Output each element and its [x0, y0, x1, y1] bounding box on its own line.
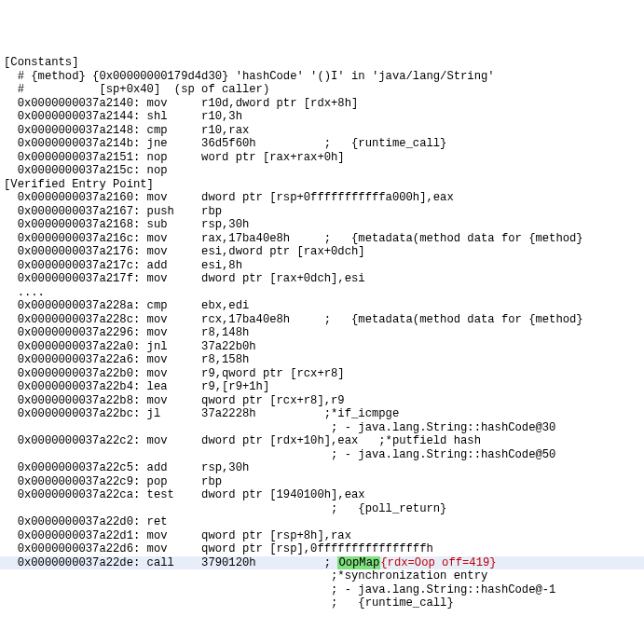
code-line[interactable]: 0x0000000037a22d0: ret [0, 515, 644, 529]
code-line[interactable]: 0x0000000037a2148: cmp r10,rax [0, 124, 644, 138]
code-line[interactable]: # {method} {0x00000000179d4d30} 'hashCod… [0, 70, 644, 84]
line-text: .... [4, 286, 45, 299]
code-line[interactable]: 0x0000000037a22a6: mov r8,158h [0, 353, 644, 367]
line-text: 0x0000000037a228a: cmp ebx,edi [4, 299, 249, 312]
code-line[interactable]: [Verified Entry Point] [0, 178, 644, 192]
line-text: 0x0000000037a22c2: mov dword ptr [rdx+10… [4, 434, 481, 447]
code-line[interactable]: 0x0000000037a22c2: mov dword ptr [rdx+10… [0, 434, 644, 448]
code-line[interactable]: 0x0000000037a22d1: mov qword ptr [rsp+8h… [0, 529, 644, 543]
line-text: 0x0000000037a22d6: mov qword ptr [rsp],0… [4, 542, 433, 555]
line-text: 0x0000000037a22de: call 3790120h ; [4, 556, 337, 569]
code-line[interactable]: 0x0000000037a22bc: jl 37a2228h ;*if_icmp… [0, 407, 644, 421]
line-text: 0x0000000037a22b8: mov qword ptr [rcx+r8… [4, 394, 345, 407]
line-text: 0x0000000037a22b0: mov r9,qword ptr [rcx… [4, 367, 345, 380]
code-line[interactable]: [Constants] [0, 56, 644, 70]
line-text: [Verified Entry Point] [4, 178, 154, 191]
line-text: 0x0000000037a216c: mov rax,17ba40e8h ; {… [4, 232, 583, 245]
line-text: 0x0000000037a22c5: add rsp,30h [4, 461, 249, 474]
line-text: 0x0000000037a22d1: mov qword ptr [rsp+8h… [4, 529, 351, 542]
line-text: 0x0000000037a228c: mov rcx,17ba40e8h ; {… [4, 313, 583, 326]
line-text: 0x0000000037a22c9: pop rbp [4, 475, 222, 488]
line-text: 0x0000000037a215c: nop [4, 164, 168, 177]
code-line[interactable]: ; - java.lang.String::hashCode@-1 [0, 583, 644, 597]
code-line[interactable]: 0x0000000037a2176: mov esi,dword ptr [ra… [0, 245, 644, 259]
line-text: 0x0000000037a214b: jne 36d5f60h ; {runti… [4, 137, 446, 150]
line-text: 0x0000000037a2148: cmp r10,rax [4, 124, 249, 137]
code-line[interactable]: ; {runtime_call} [0, 596, 644, 610]
line-text: 0x0000000037a22d0: ret [4, 515, 168, 528]
line-text: ; - java.lang.String::hashCode@50 [4, 448, 555, 461]
line-text: 0x0000000037a2151: nop word ptr [rax+rax… [4, 151, 345, 164]
line-text: ; {runtime_call} [4, 596, 454, 610]
code-line[interactable]: 0x0000000037a22b8: mov qword ptr [rcx+r8… [0, 394, 644, 408]
code-line[interactable]: ; - java.lang.String::hashCode@50 [0, 448, 644, 462]
code-line[interactable]: 0x0000000037a22a0: jnl 37a22b0h [0, 340, 644, 354]
oopmap-label: OopMap [337, 556, 380, 569]
code-line[interactable]: 0x0000000037a2296: mov r8,148h [0, 326, 644, 340]
code-line[interactable]: 0x0000000037a22c9: pop rbp [0, 475, 644, 489]
code-line[interactable]: ; - java.lang.String::hashCode@30 [0, 421, 644, 435]
code-line[interactable]: 0x0000000037a2151: nop word ptr [rax+rax… [0, 151, 644, 165]
code-line[interactable]: 0x0000000037a2168: sub rsp,30h [0, 218, 644, 232]
code-line[interactable]: 0x0000000037a228c: mov rcx,17ba40e8h ; {… [0, 313, 644, 327]
code-line[interactable]: # [sp+0x40] (sp of caller) [0, 83, 644, 97]
code-line[interactable]: 0x0000000037a2144: shl r10,3h [0, 110, 644, 124]
line-text: # {method} {0x00000000179d4d30} 'hashCod… [4, 70, 495, 83]
line-text: 0x0000000037a2167: push rbp [4, 205, 222, 218]
line-text: 0x0000000037a22ca: test dword ptr [19401… [4, 488, 365, 501]
code-line[interactable]: 0x0000000037a22b0: mov r9,qword ptr [rcx… [0, 367, 644, 381]
line-text: [Constants] [4, 56, 78, 69]
disassembly-listing: [Constants] # {method} {0x00000000179d4d… [0, 56, 644, 610]
code-line[interactable]: 0x0000000037a215c: nop [0, 164, 644, 178]
line-text: ; {poll_return} [4, 502, 446, 515]
code-line[interactable]: 0x0000000037a2140: mov r10d,dword ptr [r… [0, 97, 644, 111]
line-text: 0x0000000037a22bc: jl 37a2228h ;*if_icmp… [4, 407, 399, 420]
code-line[interactable]: 0x0000000037a2160: mov dword ptr [rsp+0f… [0, 191, 644, 205]
code-line[interactable]: 0x0000000037a214b: jne 36d5f60h ; {runti… [0, 137, 644, 151]
line-text: 0x0000000037a217f: mov dword ptr [rax+0d… [4, 272, 365, 285]
line-text: ;*synchronization entry [4, 569, 487, 582]
line-text: 0x0000000037a22b4: lea r9,[r9+1h] [4, 380, 269, 393]
line-text: 0x0000000037a2168: sub rsp,30h [4, 218, 249, 231]
code-line[interactable]: ;*synchronization entry [0, 569, 644, 583]
code-line[interactable]: 0x0000000037a217f: mov dword ptr [rax+0d… [0, 272, 644, 286]
line-text: 0x0000000037a2176: mov esi,dword ptr [ra… [4, 245, 365, 258]
line-text: 0x0000000037a2296: mov r8,148h [4, 326, 249, 339]
code-line[interactable]: 0x0000000037a22d6: mov qword ptr [rsp],0… [0, 542, 644, 556]
code-line[interactable]: 0x0000000037a22b4: lea r9,[r9+1h] [0, 380, 644, 394]
code-line[interactable]: 0x0000000037a2167: push rbp [0, 205, 644, 219]
code-line-selected[interactable]: 0x0000000037a22de: call 3790120h ; OopMa… [0, 556, 644, 570]
code-line[interactable]: ; {poll_return} [0, 502, 644, 516]
oopmap-detail: {rdx=Oop off=419} [380, 556, 496, 569]
line-text: # [sp+0x40] (sp of caller) [4, 83, 269, 96]
code-line[interactable]: .... [0, 286, 644, 300]
code-line[interactable]: 0x0000000037a228a: cmp ebx,edi [0, 299, 644, 313]
code-line[interactable]: 0x0000000037a22c5: add rsp,30h [0, 461, 644, 475]
line-text: 0x0000000037a217c: add esi,8h [4, 259, 242, 272]
code-line[interactable]: 0x0000000037a217c: add esi,8h [0, 259, 644, 273]
line-text: 0x0000000037a2144: shl r10,3h [4, 110, 242, 123]
line-text: 0x0000000037a2140: mov r10d,dword ptr [r… [4, 97, 358, 110]
line-text: ; - java.lang.String::hashCode@30 [4, 421, 555, 434]
code-line[interactable]: 0x0000000037a22ca: test dword ptr [19401… [0, 488, 644, 502]
line-text: 0x0000000037a2160: mov dword ptr [rsp+0f… [4, 191, 454, 204]
code-line[interactable]: 0x0000000037a216c: mov rax,17ba40e8h ; {… [0, 232, 644, 246]
line-text: ; - java.lang.String::hashCode@-1 [4, 583, 555, 596]
line-text: 0x0000000037a22a6: mov r8,158h [4, 353, 249, 366]
line-text: 0x0000000037a22a0: jnl 37a22b0h [4, 340, 256, 353]
